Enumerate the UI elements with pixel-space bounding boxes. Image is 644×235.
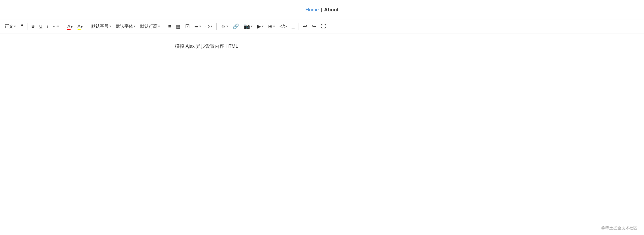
italic-icon: I <box>47 24 48 29</box>
align-icon: ≣ <box>194 24 199 29</box>
editor-text: 模拟 Ajax 异步设置内容 HTML <box>175 43 469 49</box>
undo-button[interactable]: ↩ <box>301 21 309 31</box>
fullscreen-button[interactable]: ⛶ <box>319 21 328 31</box>
footer-label: @稀土掘金技术社区 <box>601 226 637 230</box>
hr-icon: ⎯ <box>292 24 295 29</box>
underline-icon: U <box>39 24 42 29</box>
align-button[interactable]: ≣ <box>192 21 203 31</box>
video-icon: ▶ <box>257 24 261 29</box>
hr-button[interactable]: ⎯ <box>290 21 297 31</box>
paragraph-style-button[interactable]: 正文 <box>3 21 18 31</box>
font-family-button[interactable]: 默认字体 <box>114 21 137 31</box>
redo-button[interactable]: ↪ <box>310 21 318 31</box>
line-height-button[interactable]: 默认行高 <box>138 21 162 31</box>
redo-icon: ↪ <box>312 24 316 29</box>
emoji-icon: ☺ <box>221 24 226 29</box>
toolbar-divider-5 <box>216 23 217 30</box>
undo-icon: ↩ <box>303 24 307 29</box>
todo-icon: ☑ <box>185 24 190 29</box>
bold-icon: B <box>31 24 34 29</box>
font-color-button[interactable]: A▾ <box>65 21 75 31</box>
emoji-button[interactable]: ☺ <box>219 21 230 31</box>
indent-icon: ⇨ <box>206 24 210 29</box>
quote-icon: ❝ <box>20 24 23 29</box>
more-format-button[interactable]: ··· <box>51 21 61 31</box>
editor-content[interactable]: 模拟 Ajax 异步设置内容 HTML <box>172 40 472 214</box>
toolbar-divider-4 <box>164 23 164 30</box>
bold-button[interactable]: B <box>29 21 36 31</box>
font-color-icon: A▾ <box>67 24 73 29</box>
ul-icon: ≡ <box>168 24 171 29</box>
nav-current: About <box>324 7 338 12</box>
highlight-icon: A▾ <box>78 24 83 29</box>
todo-list-button[interactable]: ☑ <box>183 21 192 31</box>
fullscreen-icon: ⛶ <box>321 24 326 29</box>
image-icon: 📷 <box>244 24 250 29</box>
highlight-button[interactable]: A▾ <box>76 21 85 31</box>
toolbar-divider-1 <box>27 23 27 30</box>
font-size-button[interactable]: 默认字号 <box>89 21 113 31</box>
editor-area[interactable]: 模拟 Ajax 异步设置内容 HTML <box>0 33 644 220</box>
video-button[interactable]: ▶ <box>255 21 265 31</box>
quote-button[interactable]: ❝ <box>18 21 25 31</box>
nav-bar: Home | About <box>0 0 644 19</box>
nav-separator: | <box>321 7 322 12</box>
link-button[interactable]: 🔗 <box>231 21 241 31</box>
nav-home-link[interactable]: Home <box>305 7 319 12</box>
unordered-list-button[interactable]: ≡ <box>166 21 173 31</box>
underline-button[interactable]: U <box>37 21 44 31</box>
toolbar-divider-3 <box>87 23 87 30</box>
indent-button[interactable]: ⇨ <box>204 21 214 31</box>
italic-button[interactable]: I <box>45 21 50 31</box>
footer: @稀土掘金技术社区 <box>601 225 637 231</box>
toolbar: 正文 ❝ B U I ··· A▾ A▾ 默认字号 默认字体 默认行高 ≡ ▦ … <box>0 19 644 33</box>
link-icon: 🔗 <box>233 24 239 29</box>
image-button[interactable]: 📷 <box>242 21 254 31</box>
code-icon: </> <box>280 24 287 29</box>
ol-icon: ▦ <box>176 24 181 29</box>
toolbar-divider-2 <box>63 23 63 30</box>
toolbar-divider-6 <box>299 23 299 30</box>
table-icon: ⊞ <box>268 24 273 29</box>
ordered-list-button[interactable]: ▦ <box>174 21 183 31</box>
code-button[interactable]: </> <box>278 21 289 31</box>
table-button[interactable]: ⊞ <box>266 21 277 31</box>
